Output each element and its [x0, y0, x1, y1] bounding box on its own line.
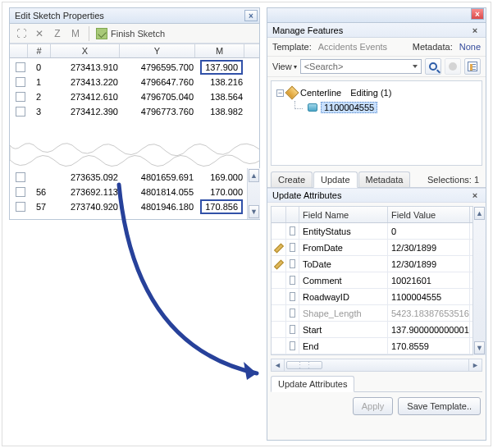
layer-name[interactable]: Centerline — [300, 88, 341, 98]
collapse-icon[interactable]: × — [469, 190, 481, 201]
field-value[interactable]: 137.900000000001 — [388, 322, 470, 337]
row-checkbox[interactable] — [16, 202, 25, 212]
list-mode-button[interactable] — [464, 58, 481, 75]
z-tool[interactable]: Z — [51, 27, 64, 40]
row-checkbox[interactable] — [290, 259, 295, 268]
cell-index: 57 — [30, 202, 52, 212]
close-icon[interactable]: × — [471, 8, 484, 20]
col-y[interactable]: Y — [120, 44, 195, 57]
scroll-thumb[interactable]: ⋮⋮ — [286, 361, 322, 369]
attribute-row[interactable]: FromDate12/30/1899 — [272, 240, 482, 256]
col-x[interactable]: X — [51, 44, 120, 57]
field-value[interactable]: 5423.18387653516 — [388, 305, 470, 321]
row-checkbox[interactable] — [16, 172, 25, 182]
table-row[interactable]: 56273692.1134801814.055170.000 — [11, 185, 251, 199]
row-checkbox[interactable] — [290, 243, 295, 252]
tab-metadata[interactable]: Metadata — [358, 171, 411, 187]
scroll-down-icon[interactable]: ▼ — [474, 341, 485, 354]
view-dropdown[interactable]: View ▾ — [272, 62, 297, 71]
tab-create[interactable]: Create — [271, 171, 313, 187]
field-value[interactable]: 12/30/1899 — [388, 240, 470, 255]
table-row[interactable]: 0273413.9104796595.700137.900 — [11, 60, 251, 75]
tab-update[interactable]: Update — [313, 171, 357, 188]
row-checkbox[interactable] — [290, 276, 295, 285]
attribute-row[interactable]: Shape_Length5423.18387653516 — [272, 305, 482, 322]
field-value[interactable]: 170.8559 — [388, 338, 470, 354]
left-toolbar: ⛶ ✕ Z M Finish Sketch — [10, 24, 259, 43]
scroll-left-icon[interactable]: ◄ — [272, 359, 285, 371]
m-tool[interactable]: M — [69, 27, 82, 40]
row-checkbox[interactable] — [290, 292, 295, 301]
vertical-scrollbar[interactable]: ▲ ▼ — [247, 168, 260, 219]
field-value[interactable]: 1100004555 — [388, 289, 470, 304]
cell-y: 4796647.760 — [121, 77, 197, 87]
person-icon — [449, 62, 457, 71]
delete-icon[interactable]: ✕ — [33, 27, 46, 40]
search-button[interactable] — [425, 58, 441, 75]
view-label: View — [272, 62, 292, 71]
selections-label: Selections: 1 — [424, 172, 482, 187]
table-row[interactable]: 273635.0924801659.691169.000 — [11, 170, 251, 185]
scroll-up-icon[interactable]: ▲ — [474, 207, 485, 220]
metadata-value-link[interactable]: None — [459, 42, 481, 52]
scroll-down-icon[interactable]: ▼ — [249, 205, 259, 218]
attribute-row[interactable]: EntityStatus0 — [272, 223, 482, 240]
feature-id-selected[interactable]: 1100004555 — [321, 102, 377, 113]
row-checkbox[interactable] — [290, 341, 295, 350]
col-m[interactable]: M — [195, 44, 244, 57]
left-titlebar[interactable]: Edit Sketch Properties × — [10, 8, 259, 24]
chevron-down-icon — [413, 65, 418, 68]
cell-index: 0 — [30, 62, 52, 72]
right-headbar[interactable]: × — [267, 8, 486, 23]
table-row[interactable]: 2273412.6104796705.040138.564 — [11, 89, 251, 104]
row-checkbox[interactable] — [290, 226, 295, 235]
col-num[interactable]: # — [28, 44, 51, 57]
cell-y: 4801946.180 — [121, 202, 197, 212]
field-value[interactable]: 12/30/1899 — [388, 256, 470, 272]
col-field-value[interactable]: Field Value — [388, 207, 470, 222]
scroll-up-icon[interactable]: ▲ — [249, 169, 259, 182]
row-checkbox[interactable] — [16, 77, 25, 87]
close-icon[interactable]: × — [244, 10, 258, 21]
apply-button[interactable]: Apply — [353, 397, 394, 415]
row-checkbox[interactable] — [290, 325, 295, 334]
attribute-row[interactable]: End170.8559 — [272, 338, 482, 354]
finish-sketch-button[interactable]: Finish Sketch — [96, 28, 165, 39]
table-row[interactable]: 1273413.2204796647.760138.216 — [11, 75, 251, 89]
horizontal-scrollbar[interactable]: ◄ ⋮⋮ ► — [271, 359, 482, 372]
save-template-button[interactable]: Save Template.. — [398, 397, 481, 415]
row-checkbox[interactable] — [16, 62, 25, 72]
torn-edge — [10, 142, 259, 168]
table-row[interactable]: 3273412.3904796773.760138.982 — [11, 104, 251, 119]
row-checkbox[interactable] — [16, 107, 25, 117]
row-checkbox[interactable] — [16, 187, 25, 197]
vertical-scrollbar[interactable]: ▲ ▼ — [472, 206, 486, 355]
button-row: Apply Save Template.. — [267, 392, 486, 420]
row-checkbox[interactable] — [16, 92, 25, 102]
cell-index: 3 — [30, 107, 52, 117]
attribute-row[interactable]: RoadwayID1100004555 — [272, 289, 482, 305]
scroll-right-icon[interactable]: ► — [468, 359, 482, 371]
user-button — [445, 58, 461, 75]
search-input[interactable]: <Search> — [300, 59, 422, 74]
field-value[interactable]: 0 — [388, 223, 470, 239]
field-name: ToDate — [299, 256, 388, 272]
col-field-name[interactable]: Field Name — [299, 207, 388, 222]
collapse-node-icon[interactable]: − — [276, 89, 284, 97]
cell-m: 138.982 — [197, 107, 246, 117]
attribute-row[interactable]: Start137.900000000001 — [272, 322, 482, 338]
attribute-row[interactable]: ToDate12/30/1899 — [272, 256, 482, 272]
field-name: EntityStatus — [299, 223, 388, 239]
table-row[interactable]: 57273740.9204801946.180170.856 — [11, 199, 251, 214]
feature-tree[interactable]: − Centerline Editing (1) 1100004555 — [271, 80, 482, 166]
cell-m: 138.216 — [197, 77, 246, 87]
row-checkbox[interactable] — [290, 309, 295, 318]
field-value[interactable]: 10021601 — [388, 272, 470, 288]
attribute-row[interactable]: Comment10021601 — [272, 272, 482, 289]
search-placeholder: <Search> — [304, 62, 344, 71]
field-name: RoadwayID — [299, 289, 388, 304]
tab-update-attributes[interactable]: Update Attributes — [271, 376, 354, 392]
collapse-icon[interactable]: × — [469, 25, 481, 36]
sketch-tool-icon[interactable]: ⛶ — [15, 27, 28, 40]
cell-x: 273413.220 — [52, 77, 121, 87]
